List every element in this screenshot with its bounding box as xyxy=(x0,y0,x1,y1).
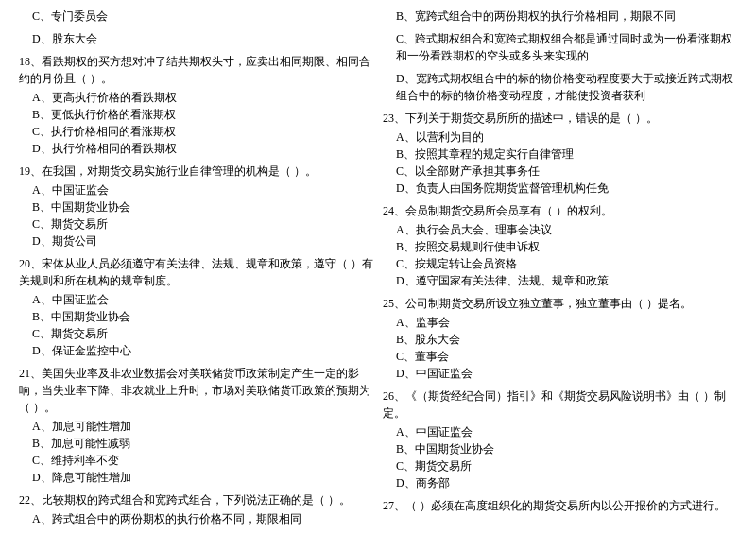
two-column-layout: C、专门委员会 D、股东大会 18、看跌期权的买方想对冲了结共期权头寸，应卖出相… xyxy=(19,8,737,533)
option-text: D、股东大会 xyxy=(19,30,373,47)
q24-option-c: C、按规定转让会员资格 xyxy=(383,255,737,272)
question-27: 27、（ ）必须在高度组织化的期货交易所内以公开报价的方式进行。 xyxy=(383,497,737,514)
q19-option-b: B、中国期货业协会 xyxy=(19,198,373,215)
question-27-text: 27、（ ）必须在高度组织化的期货交易所内以公开报价的方式进行。 xyxy=(383,497,737,514)
q24-option-a: A、执行会员大会、理事会决议 xyxy=(383,221,737,238)
q25-option-b: B、股东大会 xyxy=(383,331,737,348)
option-c-special: C、专门委员会 xyxy=(19,8,373,25)
q22-option-c-block: C、跨式期权组合和宽跨式期权组合都是通过同时成为一份看涨期权和一份看跌期权的空头… xyxy=(383,30,737,64)
q24-option-d: D、遵守国家有关法律、法规、规章和政策 xyxy=(383,272,737,289)
option-d-shareholders: D、股东大会 xyxy=(19,30,373,47)
q25-option-d: D、中国证监会 xyxy=(383,365,737,382)
question-22-text: 22、比较期权的跨式组合和宽跨式组合，下列说法正确的是（ ）。 xyxy=(19,491,373,508)
q23-option-c: C、以全部财产承担其事务任 xyxy=(383,163,737,180)
q20-option-b: B、中国期货业协会 xyxy=(19,308,373,325)
q20-option-a: A、中国证监会 xyxy=(19,291,373,308)
q19-option-c: C、期货交易所 xyxy=(19,215,373,233)
q21-option-d: D、降息可能性增加 xyxy=(19,469,373,486)
q24-option-b: B、按照交易规则行使申诉权 xyxy=(383,238,737,255)
question-18-text: 18、看跌期权的买方想对冲了结共期权头寸，应卖出相同期限、相同合约的月份且（ ）… xyxy=(19,53,373,87)
q26-option-a: A、中国证监会 xyxy=(383,423,737,440)
question-24-text: 24、会员制期货交易所会员享有（ ）的权利。 xyxy=(383,202,737,219)
q22-option-b: B、宽跨式组合中的两份期权的执行价格相同，期限不同 xyxy=(383,8,737,25)
question-18: 18、看跌期权的买方想对冲了结共期权头寸，应卖出相同期限、相同合约的月份且（ ）… xyxy=(19,53,373,157)
question-20-text: 20、宋体从业人员必须遵守有关法律、法规、规章和政策，遵守（ ）有关规则和所在机… xyxy=(19,255,373,289)
question-23-text: 23、下列关于期货交易所所的描述中，错误的是（ ）。 xyxy=(383,110,737,127)
question-23: 23、下列关于期货交易所所的描述中，错误的是（ ）。 A、以营利为目的 B、按照… xyxy=(383,110,737,197)
q23-option-b: B、按照其章程的规定实行自律管理 xyxy=(383,146,737,163)
question-21-text: 21、美国失业率及非农业数据会对美联储货币政策制定产生一定的影响，当失业率下降、… xyxy=(19,365,373,416)
question-21: 21、美国失业率及非农业数据会对美联储货币政策制定产生一定的影响，当失业率下降、… xyxy=(19,365,373,486)
q26-option-c: C、期货交易所 xyxy=(383,457,737,474)
q25-option-a: A、监事会 xyxy=(383,314,737,331)
q18-option-d: D、执行价格相同的看跌期权 xyxy=(19,140,373,157)
question-25: 25、公司制期货交易所设立独立董事，独立董事由（ ）提名。 A、监事会 B、股东… xyxy=(383,295,737,382)
q22-option-b-block: B、宽跨式组合中的两份期权的执行价格相同，期限不同 xyxy=(383,8,737,25)
q21-option-a: A、加息可能性增加 xyxy=(19,418,373,435)
q19-option-d: D、期货公司 xyxy=(19,233,373,250)
question-26: 26、《（期货经纪合同）指引》和《期货交易风险说明书》由（ ）制定。 A、中国证… xyxy=(383,388,737,491)
q18-option-b: B、更低执行价格的看涨期权 xyxy=(19,106,373,123)
q21-option-c: C、维持利率不变 xyxy=(19,452,373,469)
q20-option-d: D、保证金监控中心 xyxy=(19,342,373,359)
q20-option-c: C、期货交易所 xyxy=(19,325,373,342)
q23-option-a: A、以营利为目的 xyxy=(383,129,737,146)
q22-option-c: C、跨式期权组合和宽跨式期权组合都是通过同时成为一份看涨期权和一份看跌期权的空头… xyxy=(383,30,737,64)
q26-option-d: D、商务部 xyxy=(383,474,737,491)
q23-option-d: D、负责人由国务院期货监督管理机构任免 xyxy=(383,180,737,197)
q19-option-a: A、中国证监会 xyxy=(19,181,373,198)
page-container: C、专门委员会 D、股东大会 18、看跌期权的买方想对冲了结共期权头寸，应卖出相… xyxy=(0,0,756,534)
question-19-text: 19、在我国，对期货交易实施行业自律管理的机构是（ ）。 xyxy=(19,163,373,180)
q22-option-a: A、跨式组合中的两份期权的执行价格不同，期限相同 xyxy=(19,510,373,527)
question-19: 19、在我国，对期货交易实施行业自律管理的机构是（ ）。 A、中国证监会 B、中… xyxy=(19,163,373,250)
question-22: 22、比较期权的跨式组合和宽跨式组合，下列说法正确的是（ ）。 A、跨式组合中的… xyxy=(19,491,373,527)
question-20: 20、宋体从业人员必须遵守有关法律、法规、规章和政策，遵守（ ）有关规则和所在机… xyxy=(19,255,373,359)
question-24: 24、会员制期货交易所会员享有（ ）的权利。 A、执行会员大会、理事会决议 B、… xyxy=(383,202,737,289)
left-column: C、专门委员会 D、股东大会 18、看跌期权的买方想对冲了结共期权头寸，应卖出相… xyxy=(19,8,373,533)
q26-option-b: B、中国期货业协会 xyxy=(383,440,737,457)
option-text: C、专门委员会 xyxy=(19,8,373,25)
q25-option-c: C、董事会 xyxy=(383,348,737,365)
q18-option-c: C、执行价格相同的看涨期权 xyxy=(19,123,373,140)
right-column: B、宽跨式组合中的两份期权的执行价格相同，期限不同 C、跨式期权组合和宽跨式期权… xyxy=(383,8,737,533)
q18-option-a: A、更高执行价格的看跌期权 xyxy=(19,89,373,106)
question-25-text: 25、公司制期货交易所设立独立董事，独立董事由（ ）提名。 xyxy=(383,295,737,312)
q22-option-d-block: D、宽跨式期权组合中的标的物价格变动程度要大于或接近跨式期权组合中的标的物价格变… xyxy=(383,70,737,104)
q21-option-b: B、加息可能性减弱 xyxy=(19,435,373,452)
q22-option-d: D、宽跨式期权组合中的标的物价格变动程度要大于或接近跨式期权组合中的标的物价格变… xyxy=(383,70,737,104)
question-26-text: 26、《（期货经纪合同）指引》和《期货交易风险说明书》由（ ）制定。 xyxy=(383,388,737,422)
